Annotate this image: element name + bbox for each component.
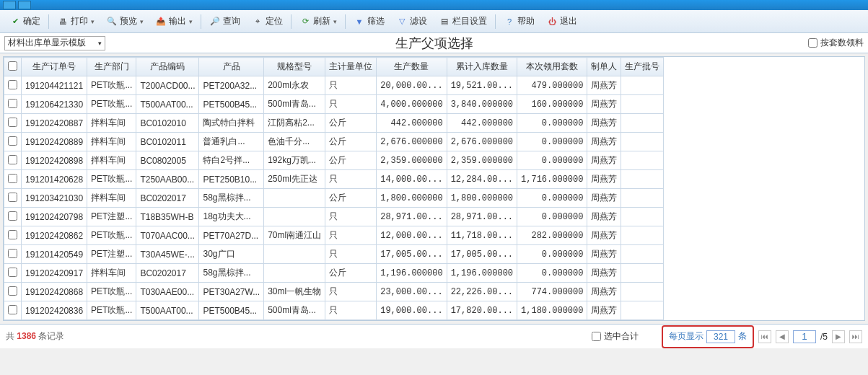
help-button[interactable]: ? 帮助 bbox=[499, 12, 540, 30]
cell-order: 191201420549 bbox=[22, 245, 87, 264]
table-row[interactable]: 191202420798PET注塑...T18B35WH-B18g功夫大...只… bbox=[4, 208, 664, 226]
col-spec[interactable]: 规格型号 bbox=[264, 58, 325, 76]
pagesize-highlight: 每页显示 条 bbox=[662, 325, 754, 348]
next-page-button[interactable]: ▶ bbox=[832, 330, 845, 343]
row-checkbox[interactable] bbox=[8, 211, 17, 221]
table-row[interactable]: 191201420549PET注塑...T30A45WE-...30g广口只17… bbox=[4, 245, 664, 264]
table-row[interactable]: 191202420917拌料车间BC020201758g黑棕拌...公斤1,19… bbox=[4, 264, 664, 283]
byqty-checkbox[interactable] bbox=[808, 38, 817, 48]
cell-batch bbox=[621, 245, 664, 264]
col-dept[interactable]: 生产部门 bbox=[87, 58, 136, 76]
row-checkbox[interactable] bbox=[8, 99, 17, 108]
row-checkbox[interactable] bbox=[8, 136, 17, 146]
row-checkbox[interactable] bbox=[8, 118, 17, 127]
refresh-label: 刷新 bbox=[313, 15, 330, 27]
cell-code: BC0202017 bbox=[136, 264, 199, 283]
search-icon: 🔎 bbox=[209, 16, 221, 27]
col-maker[interactable]: 制单人 bbox=[587, 58, 621, 76]
table-row[interactable]: 191203421030拌料车间BC020201758g黑棕拌...公斤1,80… bbox=[4, 189, 664, 208]
confirm-button[interactable]: ✔ 确定 bbox=[4, 12, 45, 30]
ribbon-btn[interactable] bbox=[3, 1, 16, 9]
cell-batch bbox=[621, 264, 664, 283]
prev-page-button[interactable]: ◀ bbox=[776, 330, 789, 343]
row-checkbox[interactable] bbox=[8, 155, 17, 164]
table-row[interactable]: 191202420898拌料车间BC0802005特白2号拌...192kg万凯… bbox=[4, 151, 664, 170]
col-check[interactable] bbox=[4, 58, 22, 76]
ribbon-btn[interactable] bbox=[18, 1, 31, 9]
sum-checkbox[interactable] bbox=[592, 332, 601, 341]
col-unit[interactable]: 主计量单位 bbox=[325, 58, 377, 76]
col-order[interactable]: 生产订单号 bbox=[22, 58, 87, 76]
row-checkbox[interactable] bbox=[8, 193, 17, 202]
first-page-button[interactable]: ⏮ bbox=[758, 330, 771, 343]
pagesize-input[interactable] bbox=[706, 330, 735, 343]
row-checkbox[interactable] bbox=[8, 286, 17, 296]
preview-label: 预览 bbox=[120, 15, 137, 27]
output-button[interactable]: 📤 输出 ▾ bbox=[150, 12, 198, 30]
table-row[interactable]: 191202420836PET吹瓶...T500AAT00...PET500B4… bbox=[4, 301, 664, 320]
cell-spec: 250ml先正达 bbox=[264, 170, 325, 189]
table-row[interactable]: 191202420887拌料车间BC0102010陶式特白拌料江阴高粘2...公… bbox=[4, 114, 664, 133]
col-inqty[interactable]: 累计入库数量 bbox=[447, 58, 517, 76]
row-checkbox[interactable] bbox=[8, 230, 17, 239]
table-row[interactable]: 191202420868PET吹瓶...T030AAE00...PET30A27… bbox=[4, 283, 664, 301]
col-code[interactable]: 产品编码 bbox=[136, 58, 199, 76]
table-row[interactable]: 191201420628PET吹瓶...T250AAB00...PET250B1… bbox=[4, 170, 664, 189]
table-row[interactable]: 191204421121PET吹瓶...T200ACD00...PET200A3… bbox=[4, 76, 664, 95]
preview-button[interactable]: 🔍 预览 ▾ bbox=[101, 12, 149, 30]
cell-spec: 70ml南通江山 bbox=[264, 226, 325, 245]
col-current[interactable]: 本次领用套数 bbox=[517, 58, 587, 76]
cell-maker: 周燕芳 bbox=[587, 95, 621, 114]
cell-dept: PET吹瓶... bbox=[87, 76, 136, 95]
template-dropdown[interactable]: 材料出库单显示模版 ▾ bbox=[4, 36, 105, 50]
refresh-button[interactable]: ⟳ 刷新 ▾ bbox=[294, 12, 342, 30]
cell-code: T200ACD00... bbox=[136, 76, 199, 95]
separator bbox=[495, 14, 496, 29]
window-ribbon bbox=[0, 0, 868, 10]
row-checkbox[interactable] bbox=[8, 305, 17, 314]
query-button[interactable]: 🔎 查询 bbox=[204, 12, 245, 30]
cell-current: 774.000000 bbox=[517, 283, 587, 301]
cell-order: 191201420628 bbox=[22, 170, 87, 189]
col-product[interactable]: 产品 bbox=[199, 58, 264, 76]
page-input[interactable] bbox=[793, 330, 816, 343]
colset-button[interactable]: ▤ 栏目设置 bbox=[434, 12, 492, 30]
cell-spec: 色油千分... bbox=[264, 133, 325, 151]
cell-dept: PET注塑... bbox=[87, 208, 136, 226]
cell-qty: 20,000.00... bbox=[377, 76, 447, 95]
cell-current: 282.000000 bbox=[517, 226, 587, 245]
cell-dept: PET吹瓶... bbox=[87, 283, 136, 301]
cell-maker: 周燕芳 bbox=[587, 133, 621, 151]
cell-current: 0.000000 bbox=[517, 208, 587, 226]
locate-button[interactable]: ⌖ 定位 bbox=[247, 12, 288, 30]
byqty-option[interactable]: 按套数领料 bbox=[808, 37, 864, 49]
filter-button[interactable]: ▼ 筛选 bbox=[348, 12, 390, 30]
col-qty[interactable]: 生产数量 bbox=[377, 58, 447, 76]
cell-spec bbox=[264, 245, 325, 264]
cell-inqty: 12,284.00... bbox=[447, 170, 517, 189]
cell-batch bbox=[621, 95, 664, 114]
table-row[interactable]: 191202420889拌料车间BC0102011普通乳白...色油千分...公… bbox=[4, 133, 664, 151]
col-batch[interactable]: 生产批号 bbox=[621, 58, 664, 76]
select-all-checkbox[interactable] bbox=[8, 61, 17, 71]
row-checkbox[interactable] bbox=[8, 174, 17, 183]
table-row[interactable]: 191206421330PET吹瓶...T500AAT00...PET500B4… bbox=[4, 95, 664, 114]
cell-inqty: 2,676.000000 bbox=[447, 133, 517, 151]
cell-batch bbox=[621, 301, 664, 320]
sum-selected-option[interactable]: 选中合计 bbox=[592, 330, 639, 343]
filterset-button[interactable]: ▽ 滤设 bbox=[391, 12, 432, 30]
cell-maker: 周燕芳 bbox=[587, 301, 621, 320]
main-toolbar: ✔ 确定 🖶 打印 ▾ 🔍 预览 ▾ 📤 输出 ▾ 🔎 查询 ⌖ 定位 ⟳ 刷新… bbox=[0, 10, 868, 33]
last-page-button[interactable]: ⏭ bbox=[849, 330, 862, 343]
row-checkbox[interactable] bbox=[8, 249, 17, 258]
cell-unit: 公斤 bbox=[325, 264, 377, 283]
print-button[interactable]: 🖶 打印 ▾ bbox=[52, 12, 100, 30]
cell-current: 0.000000 bbox=[517, 264, 587, 283]
chevron-down-icon: ▾ bbox=[333, 18, 337, 25]
table-row[interactable]: 191202420862PET吹瓶...T070AAC00...PET70A27… bbox=[4, 226, 664, 245]
row-checkbox[interactable] bbox=[8, 268, 17, 277]
row-checkbox[interactable] bbox=[8, 80, 17, 89]
cell-code: BC0802005 bbox=[136, 151, 199, 170]
cell-code: T30A45WE-... bbox=[136, 245, 199, 264]
exit-button[interactable]: ⏻ 退出 bbox=[541, 12, 582, 30]
